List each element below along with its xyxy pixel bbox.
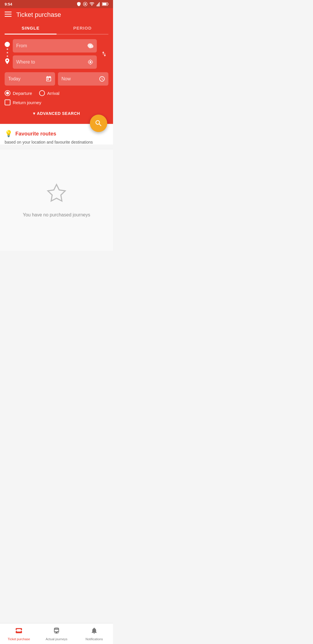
bell-icon (90, 627, 98, 636)
locate-icon (88, 43, 93, 49)
menu-icon (5, 12, 12, 17)
svg-rect-9 (5, 12, 12, 12)
svg-point-1 (84, 3, 86, 5)
svg-rect-3 (97, 4, 98, 6)
from-input-row[interactable] (13, 39, 97, 53)
search-section-wrapper: Today Now Departure (0, 35, 113, 124)
inputs-stack (13, 39, 97, 69)
train-svg (53, 627, 60, 634)
tab-period[interactable]: PERIOD (57, 22, 108, 34)
departure-radio-circle (5, 90, 10, 96)
svg-rect-4 (98, 3, 99, 6)
search-fab-button[interactable] (90, 115, 107, 132)
arrival-label: Arrival (47, 91, 60, 96)
where-to-locate-button[interactable] (84, 56, 97, 68)
time-picker[interactable]: Now (58, 72, 108, 86)
tab-bar: SINGLE PERIOD (5, 22, 108, 35)
empty-state-message: You have no purchased journeys (23, 212, 90, 218)
content-area: 💡 Favourite routes based on your locatio… (0, 124, 113, 272)
dots-icon-1 (7, 48, 8, 50)
svg-rect-5 (99, 2, 100, 6)
where-to-input[interactable] (13, 55, 84, 69)
wifi-icon (89, 2, 94, 6)
favourite-routes-header: 💡 Favourite routes (5, 130, 108, 138)
nav-ticket-purchase-label: Ticket purchase (8, 637, 30, 641)
clock-icon (96, 73, 108, 85)
shield-icon (77, 2, 81, 6)
svg-rect-7 (103, 3, 107, 5)
svg-rect-8 (108, 3, 108, 5)
status-bar: 9:54 (0, 0, 113, 8)
advanced-search-label: ADVANCED SEARCH (37, 111, 80, 116)
swap-icon (101, 51, 107, 57)
favourite-routes-subtitle: based on your location and favourite des… (5, 140, 108, 144)
menu-button[interactable] (5, 11, 12, 19)
header: Ticket purchase SINGLE PERIOD (0, 8, 113, 35)
tab-single[interactable]: SINGLE (5, 22, 57, 34)
svg-marker-14 (48, 184, 65, 201)
status-time: 9:54 (5, 2, 12, 6)
empty-star-icon (46, 183, 67, 207)
journey-type-options: Departure Arrival (5, 90, 108, 96)
star-outline-svg (46, 183, 67, 204)
favourite-routes-title: Favourite routes (15, 131, 56, 137)
from-input[interactable] (13, 39, 84, 53)
nav-notifications-label: Notifications (85, 637, 103, 641)
calendar-icon (42, 73, 55, 85)
nav-actual-journeys-label: Actual journeys (46, 637, 67, 641)
empty-state: You have no purchased journeys (0, 149, 113, 251)
pin-svg (5, 58, 10, 65)
header-top: Ticket purchase (5, 11, 108, 19)
nav-notifications[interactable]: Notifications (75, 625, 113, 643)
search-section: Today Now Departure (0, 35, 113, 124)
chevron-down-icon: ▾ (33, 111, 35, 116)
clock-svg (99, 76, 105, 82)
ticket-icon (15, 627, 23, 636)
departure-radio[interactable]: Departure (5, 90, 32, 96)
svg-rect-2 (97, 5, 97, 6)
return-journey-checkbox-box (5, 100, 10, 105)
lightbulb-icon: 💡 (5, 130, 12, 138)
page-title: Ticket purchase (16, 11, 61, 19)
return-journey-checkbox[interactable]: Return journey (5, 100, 108, 105)
face-icon (83, 2, 88, 6)
train-icon (53, 627, 60, 636)
dots-icon-2 (7, 52, 8, 53)
return-journey-label: Return journey (13, 100, 41, 105)
from-to-icons (5, 39, 10, 69)
status-icons (77, 2, 108, 6)
nav-actual-journeys[interactable]: Actual journeys (38, 625, 75, 643)
swap-button[interactable] (100, 39, 108, 69)
svg-rect-10 (5, 14, 12, 15)
ticket-svg (15, 627, 23, 634)
where-to-input-row[interactable] (13, 55, 97, 69)
svg-rect-11 (5, 16, 12, 17)
from-to-container (5, 39, 108, 69)
dots-icon-3 (7, 55, 8, 57)
signal-icon (96, 2, 100, 6)
destination-pin-icon (5, 58, 10, 66)
arrival-radio[interactable]: Arrival (39, 90, 60, 96)
date-value: Today (5, 72, 42, 86)
origin-dot-icon (5, 42, 10, 47)
datetime-row: Today Now (5, 72, 108, 86)
departure-label: Departure (13, 91, 32, 96)
from-locate-button[interactable] (84, 39, 97, 52)
search-fab-icon (94, 119, 103, 127)
battery-icon (102, 2, 108, 6)
calendar-svg (46, 76, 52, 82)
date-picker[interactable]: Today (5, 72, 55, 86)
locate-icon-2 (88, 59, 93, 65)
time-value: Now (58, 72, 96, 86)
nav-ticket-purchase[interactable]: Ticket purchase (0, 625, 38, 643)
arrival-radio-circle (39, 90, 45, 96)
bell-svg (90, 627, 98, 634)
bottom-nav: Ticket purchase Actual journeys Notifica… (0, 623, 113, 644)
